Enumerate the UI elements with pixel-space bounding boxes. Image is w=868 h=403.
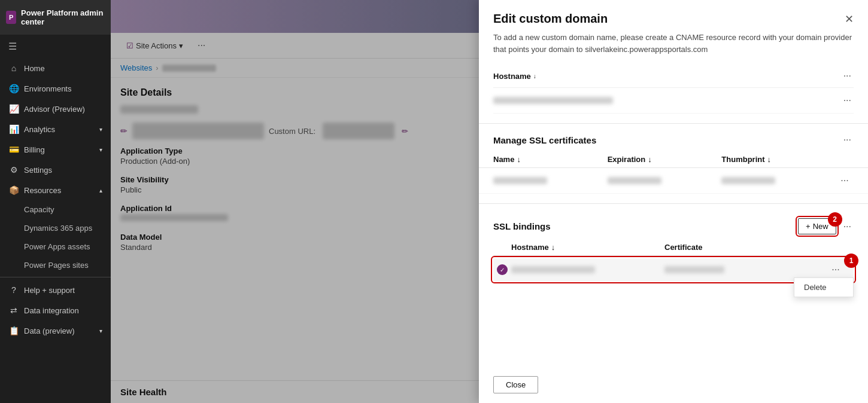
ssl-bindings-actions: + New 2 ··· bbox=[798, 218, 854, 234]
sidebar-item-advisor[interactable]: 📈 Advisor (Preview) bbox=[0, 99, 111, 119]
binding-row-wrapper: ✓ ··· Delete 1 bbox=[493, 258, 854, 281]
hostname-value bbox=[493, 97, 613, 104]
ssl-data-row: ··· bbox=[479, 168, 868, 194]
sort-arrow-icon: ↓ bbox=[551, 243, 556, 252]
panel-description: To add a new custom domain name, please … bbox=[479, 32, 868, 65]
close-panel-button[interactable]: ✕ bbox=[845, 13, 854, 26]
delete-dropdown: Delete bbox=[794, 277, 854, 297]
hostname-section: Hostname ↓ ··· ··· bbox=[479, 65, 868, 114]
ssl-table-header: Name ↓ Expiration ↓ Thumbprint ↓ bbox=[479, 151, 868, 168]
data-integration-icon: ⇄ bbox=[8, 306, 19, 315]
chevron-up-icon: ▴ bbox=[99, 187, 102, 194]
sidebar-item-label: Advisor (Preview) bbox=[24, 105, 85, 114]
new-label: New bbox=[813, 222, 828, 231]
hostname-col-header: Hostname ↓ bbox=[493, 72, 536, 81]
sidebar-item-capacity[interactable]: Capacity bbox=[0, 200, 111, 219]
ssl-name-value bbox=[493, 177, 547, 184]
sidebar-item-resources[interactable]: 📦 Resources ▴ bbox=[0, 180, 111, 200]
binding-cert-col: Certificate bbox=[664, 243, 818, 252]
sidebar-item-label: Billing bbox=[24, 145, 45, 154]
binding-check-icon: ✓ bbox=[497, 264, 508, 275]
sort-arrow-icon: ↓ bbox=[648, 155, 652, 164]
sidebar-item-powerpages[interactable]: Power Pages sites bbox=[0, 256, 111, 274]
binding-hostname-col: Hostname ↓ bbox=[511, 243, 664, 252]
home-icon: ⌂ bbox=[8, 63, 19, 73]
panel-title: Edit custom domain bbox=[493, 12, 608, 26]
sidebar-item-label: Data integration bbox=[24, 306, 79, 315]
chevron-down-icon: ▾ bbox=[99, 328, 102, 334]
sidebar-divider bbox=[0, 277, 111, 277]
app-title: Power Platform admin center bbox=[21, 8, 105, 26]
hostname-row-more-button[interactable]: ··· bbox=[841, 94, 854, 107]
help-icon: ? bbox=[8, 285, 19, 295]
sidebar: P Power Platform admin center ☰ ⌂ Home 🌐… bbox=[0, 0, 111, 403]
ssl-name-col: Name ↓ bbox=[493, 155, 608, 164]
sort-arrow-icon: ↓ bbox=[533, 73, 536, 80]
sidebar-item-environments[interactable]: 🌐 Environments bbox=[0, 78, 111, 99]
annotation-1-circle: 1 bbox=[844, 254, 858, 268]
ssl-title: Manage SSL certificates bbox=[493, 135, 596, 145]
hostname-col-header-row: Hostname ↓ ··· bbox=[493, 65, 854, 88]
section-divider-2 bbox=[479, 203, 868, 204]
sidebar-item-billing[interactable]: 💳 Billing ▾ bbox=[0, 139, 111, 160]
hostname-more-button[interactable]: ··· bbox=[841, 69, 854, 83]
sidebar-item-dynamics365[interactable]: Dynamics 365 apps bbox=[0, 219, 111, 237]
ssl-bindings-section: SSL bindings + New 2 ··· Hostname ↓ Cert… bbox=[479, 218, 868, 281]
data-preview-icon: 📋 bbox=[8, 326, 19, 335]
resources-icon: 📦 bbox=[8, 185, 19, 195]
bindings-col-header: Hostname ↓ Certificate bbox=[493, 239, 854, 256]
ssl-thumbprint-value bbox=[721, 177, 775, 184]
new-btn-wrapper: + New 2 bbox=[798, 218, 836, 234]
sidebar-item-help[interactable]: ? Help + support bbox=[0, 280, 111, 300]
chevron-down-icon: ▾ bbox=[99, 146, 102, 153]
app-header: P Power Platform admin center bbox=[0, 0, 111, 35]
sidebar-collapse-btn[interactable]: ☰ bbox=[0, 35, 111, 58]
annotation-2-circle: 2 bbox=[828, 212, 842, 227]
ssl-thumbprint-col: Thumbprint ↓ bbox=[721, 155, 836, 164]
binding-hostname-value bbox=[511, 266, 595, 273]
sidebar-item-label: Analytics bbox=[24, 125, 55, 134]
sidebar-item-settings[interactable]: ⚙ Settings bbox=[0, 160, 111, 180]
hostname-data-row: ··· bbox=[493, 88, 854, 114]
billing-icon: 💳 bbox=[8, 145, 19, 154]
sort-arrow-icon: ↓ bbox=[517, 155, 521, 164]
sort-arrow-icon: ↓ bbox=[767, 155, 772, 164]
environments-icon: 🌐 bbox=[8, 84, 19, 93]
ssl-row-more-button[interactable]: ··· bbox=[836, 174, 854, 187]
ssl-bindings-title: SSL bindings bbox=[493, 221, 551, 231]
sidebar-item-label: Environments bbox=[24, 84, 71, 93]
sidebar-item-label: Settings bbox=[24, 166, 52, 175]
delete-item[interactable]: Delete bbox=[794, 278, 853, 297]
sidebar-item-label: Home bbox=[24, 64, 45, 73]
sidebar-item-home[interactable]: ⌂ Home bbox=[0, 58, 111, 78]
chevron-down-icon: ▾ bbox=[99, 126, 102, 133]
ssl-certs-more-button[interactable]: ··· bbox=[841, 133, 854, 146]
ssl-bindings-more-button[interactable]: ··· bbox=[841, 220, 854, 233]
ssl-expiration-col: Expiration ↓ bbox=[608, 155, 722, 164]
binding-cert-value bbox=[664, 266, 724, 273]
app-icon: P bbox=[6, 11, 16, 24]
advisor-icon: 📈 bbox=[8, 104, 19, 114]
settings-icon: ⚙ bbox=[8, 165, 19, 175]
panel-footer: Close bbox=[479, 367, 868, 403]
ssl-bindings-header: SSL bindings + New 2 ··· bbox=[493, 218, 854, 234]
sidebar-item-analytics[interactable]: 📊 Analytics ▾ bbox=[0, 119, 111, 139]
sidebar-item-label: Data (preview) bbox=[24, 326, 75, 335]
plus-icon: + bbox=[806, 222, 811, 231]
sidebar-item-powerapps[interactable]: Power Apps assets bbox=[0, 237, 111, 256]
section-divider-1 bbox=[479, 123, 868, 124]
edit-domain-panel: Edit custom domain ✕ To add a new custom… bbox=[479, 0, 868, 403]
analytics-icon: 📊 bbox=[8, 124, 19, 134]
sidebar-item-label: Help + support bbox=[24, 286, 75, 295]
ssl-certs-header: Manage SSL certificates ··· bbox=[479, 133, 868, 146]
sidebar-item-data-preview[interactable]: 📋 Data (preview) ▾ bbox=[0, 320, 111, 341]
sidebar-item-data-integration[interactable]: ⇄ Data integration bbox=[0, 300, 111, 320]
ssl-expiration-value bbox=[608, 177, 661, 184]
sidebar-item-label: Resources bbox=[24, 186, 61, 195]
close-footer-button[interactable]: Close bbox=[493, 376, 538, 393]
panel-header: Edit custom domain ✕ bbox=[479, 0, 868, 32]
